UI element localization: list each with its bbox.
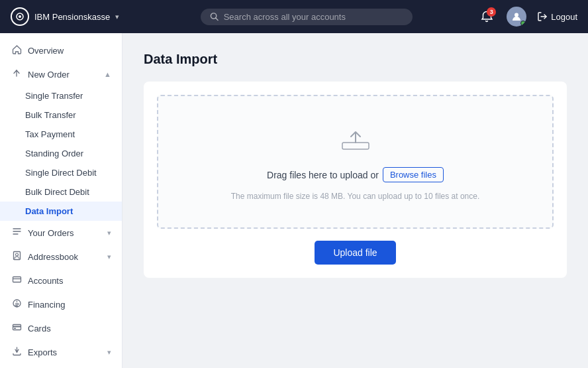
addressbook-icon <box>11 251 23 263</box>
notification-badge: 3 <box>487 7 496 17</box>
exports-chevron: ▾ <box>107 348 111 357</box>
sidebar-overview-label: Overview <box>28 46 111 56</box>
app-logo[interactable]: IBM Pensionskasse ▾ <box>11 7 119 26</box>
sidebar-item-cards[interactable]: Cards <box>0 316 122 340</box>
sidebar-item-securities-trading[interactable]: Securities Trading <box>0 364 122 368</box>
page-title: Data Import <box>144 52 567 67</box>
user-avatar[interactable] <box>507 7 526 27</box>
upload-cloud-icon <box>340 123 371 158</box>
svg-line-3 <box>216 18 218 20</box>
financing-icon <box>11 298 23 310</box>
svg-rect-14 <box>342 143 369 149</box>
sidebar-item-exports[interactable]: Exports ▾ <box>0 340 122 364</box>
sidebar-sub-bulk-direct-debit[interactable]: Bulk Direct Debit <box>0 182 122 202</box>
search-icon <box>210 12 219 21</box>
cards-icon <box>11 322 23 334</box>
sidebar-new-order-label: New Order <box>28 70 99 80</box>
search-box <box>201 9 413 25</box>
sidebar-addressbook-label: Addressbook <box>28 252 102 262</box>
svg-point-1 <box>19 15 21 18</box>
sidebar-sub-bulk-transfer[interactable]: Bulk Transfer <box>0 105 122 125</box>
svg-rect-8 <box>13 277 21 282</box>
dropzone-hint: The maximum file size is 48 MB. You can … <box>231 192 480 201</box>
notifications-button[interactable]: 3 <box>477 7 496 26</box>
your-orders-chevron: ▾ <box>107 229 111 237</box>
main-content: Data Import Drag files here to upload or… <box>122 33 588 368</box>
addressbook-chevron: ▾ <box>107 253 111 261</box>
logout-button[interactable]: Logout <box>537 11 577 22</box>
top-navigation: IBM Pensionskasse ▾ 3 <box>0 0 588 33</box>
sidebar-item-financing[interactable]: Financing <box>0 292 122 316</box>
your-orders-icon <box>11 227 23 239</box>
search-container <box>135 9 477 25</box>
sidebar: Overview New Order ▲ Single Transfer Bul… <box>0 33 122 368</box>
sidebar-sub-standing-order[interactable]: Standing Order <box>0 144 122 163</box>
dropzone[interactable]: Drag files here to upload or Browse file… <box>157 95 554 229</box>
sidebar-accounts-label: Accounts <box>28 276 111 286</box>
dropzone-text-row: Drag files here to upload or Browse file… <box>267 167 444 182</box>
sidebar-sub-single-transfer[interactable]: Single Transfer <box>0 86 122 105</box>
topnav-actions: 3 Logout <box>477 7 577 27</box>
sidebar-sub-tax-payment[interactable]: Tax Payment <box>0 125 122 144</box>
sidebar-item-overview[interactable]: Overview <box>0 38 122 62</box>
upload-card: Drag files here to upload or Browse file… <box>144 82 567 278</box>
logout-label: Logout <box>551 12 577 22</box>
svg-point-7 <box>15 253 18 256</box>
sidebar-item-new-order[interactable]: New Order ▲ <box>0 62 122 86</box>
accounts-icon <box>11 275 23 286</box>
sidebar-exports-label: Exports <box>28 347 102 357</box>
svg-point-4 <box>514 13 518 17</box>
new-order-chevron: ▲ <box>104 70 111 78</box>
sidebar-sub-data-import[interactable]: Data Import <box>0 202 122 221</box>
new-order-icon <box>11 68 23 80</box>
new-order-submenu: Single Transfer Bulk Transfer Tax Paymen… <box>0 86 122 221</box>
upload-file-button[interactable]: Upload file <box>315 241 395 265</box>
logo-icon <box>11 7 29 26</box>
logout-icon <box>537 11 548 22</box>
sidebar-item-your-orders[interactable]: Your Orders ▾ <box>0 221 122 245</box>
sidebar-sub-single-direct-debit[interactable]: Single Direct Debit <box>0 163 122 182</box>
sidebar-item-accounts[interactable]: Accounts <box>0 269 122 292</box>
sidebar-financing-label: Financing <box>28 300 111 310</box>
exports-icon <box>11 346 23 358</box>
page-layout: Overview New Order ▲ Single Transfer Bul… <box>0 33 588 368</box>
sidebar-cards-label: Cards <box>28 324 111 334</box>
dropzone-instruction: Drag files here to upload or <box>267 170 379 180</box>
app-name: IBM Pensionskasse <box>34 12 110 22</box>
svg-rect-13 <box>14 328 16 330</box>
home-icon <box>11 44 23 56</box>
user-status-indicator <box>520 21 526 26</box>
sidebar-your-orders-label: Your Orders <box>28 228 102 238</box>
search-input[interactable] <box>224 12 403 22</box>
app-chevron: ▾ <box>115 13 119 21</box>
sidebar-item-addressbook[interactable]: Addressbook ▾ <box>0 245 122 269</box>
browse-files-button[interactable]: Browse files <box>383 167 444 182</box>
